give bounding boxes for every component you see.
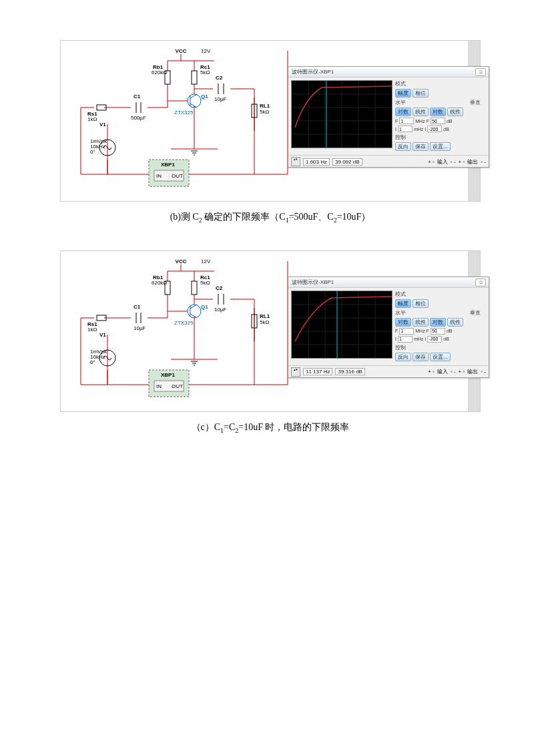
bode-plot[interactable] [291, 291, 392, 359]
mode-label: 模式 [395, 291, 411, 298]
c2-label: C2 [216, 75, 223, 81]
hlog-button[interactable]: 对数 [395, 318, 411, 327]
bode-window-c[interactable]: 波特图示仪-XBP1 ⧉ 模式 幅度 相位 [288, 276, 489, 378]
i-label: I [395, 337, 396, 341]
fv-label: F [427, 119, 429, 124]
vcc-value: 12V [201, 48, 211, 54]
schematic-area: VCC 12V Rb1 620kΩ Rc1 5kΩ C1 500µF C2 10… [61, 41, 480, 201]
cursor-y-readout: 39.092 dB [332, 158, 362, 166]
rc1-value: 5kΩ [200, 69, 210, 75]
q1-type: ZTX325 [174, 110, 194, 116]
v1-value3: 0° [90, 149, 95, 155]
q1-label: Q1 [201, 304, 208, 310]
close-icon[interactable]: ⧉ [475, 68, 486, 76]
bode-plot[interactable] [291, 80, 392, 148]
ih-unit: mHz [414, 127, 423, 132]
bode-controls: 模式 幅度 相位 水平 垂直 对数 线性 对数 线性 F [395, 80, 486, 152]
out-label: OUT [172, 173, 183, 179]
c1-label: C1 [134, 93, 141, 100]
save-button[interactable]: 保存 [413, 142, 429, 151]
xbp1-label: XBP1 [161, 162, 175, 168]
bode-window-b[interactable]: 波特图示仪-XBP1 ⧉ 模式 幅度 相位 [288, 66, 489, 168]
bode-statusbar: ▴▾ 1.603 Hz 39.092 dB + ◦输入◦ - + ◦输出◦ - [288, 155, 489, 168]
mode-label: 模式 [395, 80, 411, 87]
rb1-value: 620kΩ [152, 69, 167, 75]
bode-title-text: 波特图示仪-XBP1 [292, 279, 334, 285]
figure-b: VCC 12V Rb1 620kΩ Rc1 5kΩ C1 500µF C2 10… [60, 40, 481, 224]
fv-unit: dB [447, 329, 453, 333]
rs1-value: 1kΩ [87, 116, 97, 122]
v1-label: V1 [99, 122, 106, 128]
bode-title-text: 波特图示仪-XBP1 [292, 69, 334, 75]
q1-type: ZTX325 [174, 320, 194, 326]
c1-value: 500µF [131, 115, 146, 121]
rs1-value: 1kΩ [87, 327, 97, 333]
cursor-stepper-icon[interactable]: ▴▾ [291, 367, 300, 377]
out-label: OUT [172, 383, 183, 389]
iv-input[interactable] [427, 126, 442, 132]
vcc-label: VCC [176, 258, 187, 264]
save-button[interactable]: 保存 [413, 353, 429, 361]
output-label: 输出 [467, 158, 478, 166]
fv-unit: dB [447, 119, 453, 124]
c2-value: 10µF [214, 307, 227, 313]
caption-c: （c）C1=C2=10uF 时，电路的下限频率 [60, 421, 481, 434]
c1-value: 10µF [134, 325, 146, 331]
in-label: IN [156, 383, 162, 389]
ih-input[interactable] [398, 126, 413, 132]
fh-unit: MHz [415, 329, 425, 333]
amp-button[interactable]: 幅度 [395, 89, 411, 98]
c1-label: C1 [134, 304, 141, 310]
rl1-label: RL1 [260, 103, 270, 109]
iv-input[interactable] [427, 336, 442, 343]
settings-button[interactable]: 设置... [430, 142, 451, 151]
v1-value3: 0° [90, 359, 95, 365]
c2-label: C2 [216, 285, 223, 291]
cursor-x-readout: 11.137 Hz [303, 368, 332, 375]
reverse-button[interactable]: 反向 [395, 353, 411, 361]
fv-input[interactable] [431, 328, 445, 335]
iv-label: I [425, 127, 426, 132]
settings-button[interactable]: 设置... [430, 353, 451, 361]
ctrl-label: 控制 [395, 134, 411, 141]
amp-button[interactable]: 幅度 [395, 299, 411, 308]
cursor-y-readout: 39.316 dB [335, 368, 364, 375]
reverse-button[interactable]: 反向 [395, 142, 411, 151]
figure-c-canvas: VCC 12V Rb1 620kΩ Rc1 5kΩ C1 10µF C2 10µ… [60, 250, 481, 412]
vlog-button[interactable]: 对数 [430, 318, 446, 327]
figure-c: VCC 12V Rb1 620kΩ Rc1 5kΩ C1 10µF C2 10µ… [60, 250, 481, 434]
rc1-value: 5kΩ [200, 280, 210, 286]
figure-b-canvas: VCC 12V Rb1 620kΩ Rc1 5kΩ C1 500µF C2 10… [60, 40, 481, 202]
vert-label: 垂直 [470, 99, 486, 106]
ih-input[interactable] [398, 336, 413, 343]
rl1-label: RL1 [260, 313, 270, 319]
v1-label: V1 [99, 332, 106, 338]
iv-unit: dB [443, 337, 449, 341]
hlin-button[interactable]: 线性 [413, 108, 429, 116]
iv-unit: dB [443, 127, 449, 132]
fh-input[interactable] [399, 118, 414, 124]
bode-titlebar[interactable]: 波特图示仪-XBP1 ⧉ [288, 277, 489, 288]
svg-rect-1 [192, 71, 197, 84]
phase-button[interactable]: 相位 [413, 89, 429, 98]
xbp1-label: XBP1 [161, 372, 175, 378]
input-label: 输入 [437, 158, 448, 166]
iv-label: I [425, 337, 426, 341]
output-label: 输出 [467, 368, 478, 375]
close-icon[interactable]: ⧉ [475, 278, 486, 287]
bode-controls: 模式 幅度 相位 水平 垂直 对数 线性 对数 线性 F [395, 291, 486, 363]
vlin-button[interactable]: 线性 [447, 108, 463, 116]
hlog-button[interactable]: 对数 [395, 108, 411, 116]
vlog-button[interactable]: 对数 [430, 108, 446, 116]
c2-value: 10µF [214, 96, 227, 102]
vlin-button[interactable]: 线性 [447, 318, 463, 327]
fh-input[interactable] [399, 328, 414, 335]
in-label: IN [156, 173, 162, 179]
svg-rect-29 [192, 281, 197, 295]
fv-input[interactable] [431, 118, 445, 124]
bode-titlebar[interactable]: 波特图示仪-XBP1 ⧉ [288, 67, 489, 77]
fv-label: F [427, 329, 429, 333]
hlin-button[interactable]: 线性 [413, 318, 429, 327]
phase-button[interactable]: 相位 [413, 299, 429, 308]
cursor-stepper-icon[interactable]: ▴▾ [291, 157, 300, 166]
